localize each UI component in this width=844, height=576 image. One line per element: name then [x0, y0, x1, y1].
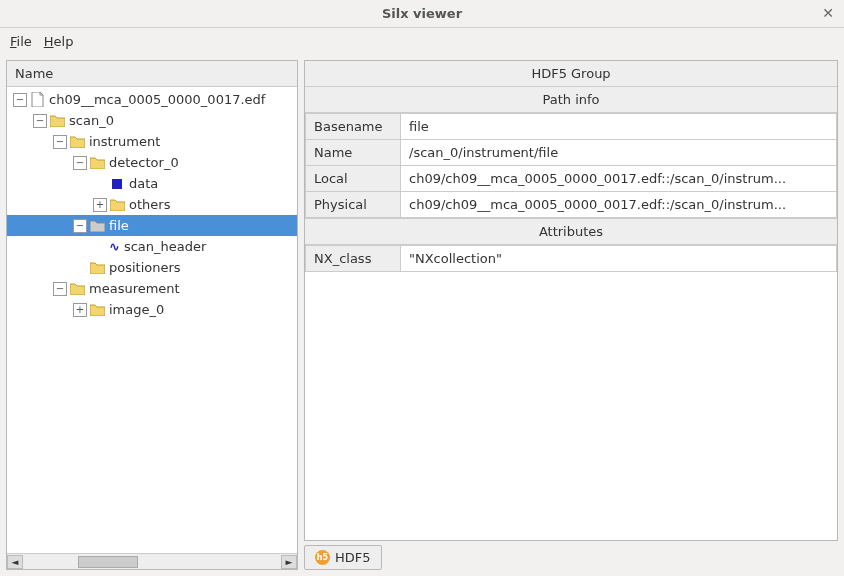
name-label: Name	[306, 140, 401, 166]
close-icon[interactable]: ✕	[822, 5, 834, 21]
expander-icon[interactable]: −	[53, 135, 67, 149]
basename-label: Basename	[306, 114, 401, 140]
expander-icon[interactable]: +	[93, 198, 107, 212]
expander-icon[interactable]: −	[73, 156, 87, 170]
document-icon	[29, 92, 45, 108]
folder-icon	[89, 302, 105, 318]
menu-help[interactable]: Help	[44, 34, 74, 49]
group-header: HDF5 Group	[305, 61, 837, 87]
tree-panel: Name − ch09__mca_0005_0000_0017.edf	[6, 60, 298, 570]
tab-hdf5[interactable]: h5 HDF5	[304, 545, 382, 570]
physical-label: Physical	[306, 192, 401, 218]
folder-icon	[49, 113, 65, 129]
tree-row-image[interactable]: + image_0	[7, 299, 297, 320]
attr-header: Attributes	[305, 218, 837, 245]
tree-row-scanheader[interactable]: ∿ scan_header	[7, 236, 297, 257]
folder-icon	[89, 155, 105, 171]
expander-icon[interactable]: −	[73, 219, 87, 233]
scroll-thumb[interactable]	[78, 556, 138, 568]
table-row[interactable]: Basename file	[306, 114, 837, 140]
folder-icon	[89, 260, 105, 276]
info-panel: HDF5 Group Path info Basename file Name …	[304, 60, 838, 570]
path-header: Path info	[305, 87, 837, 113]
tree-label: detector_0	[109, 155, 179, 170]
tree-row-root[interactable]: − ch09__mca_0005_0000_0017.edf	[7, 89, 297, 110]
folder-icon	[69, 281, 85, 297]
folder-icon	[89, 218, 105, 234]
tree-header[interactable]: Name	[7, 61, 297, 87]
table-row[interactable]: Name /scan_0/instrument/file	[306, 140, 837, 166]
table-row[interactable]: Physical ch09/ch09__mca_0005_0000_0017.e…	[306, 192, 837, 218]
scroll-right-icon[interactable]: ►	[281, 555, 297, 569]
tree-row-measurement[interactable]: − measurement	[7, 278, 297, 299]
folder-icon	[109, 197, 125, 213]
curve-icon: ∿	[109, 239, 120, 254]
titlebar: Silx viewer ✕	[0, 0, 844, 28]
tree-label: measurement	[89, 281, 180, 296]
name-value: /scan_0/instrument/file	[401, 140, 837, 166]
tree-label: file	[109, 218, 129, 233]
tree-row-scan[interactable]: − scan_0	[7, 110, 297, 131]
window: Silx viewer ✕ File Help Name − ch09__mca…	[0, 0, 844, 576]
tree-label: others	[129, 197, 170, 212]
expander-icon[interactable]: −	[33, 114, 47, 128]
nxclass-value: "NXcollection"	[401, 246, 837, 272]
nxclass-label: NX_class	[306, 246, 401, 272]
tree-row-positioners[interactable]: positioners	[7, 257, 297, 278]
folder-icon	[69, 134, 85, 150]
scroll-track[interactable]	[23, 555, 281, 569]
basename-value: file	[401, 114, 837, 140]
tree-label: image_0	[109, 302, 164, 317]
expander-icon[interactable]: −	[53, 282, 67, 296]
path-table: Basename file Name /scan_0/instrument/fi…	[305, 113, 837, 218]
expander-icon[interactable]: +	[73, 303, 87, 317]
table-row[interactable]: Local ch09/ch09__mca_0005_0000_0017.edf:…	[306, 166, 837, 192]
tree-row-file[interactable]: − file	[7, 215, 297, 236]
local-value: ch09/ch09__mca_0005_0000_0017.edf::/scan…	[401, 166, 837, 192]
tree-row-others[interactable]: + others	[7, 194, 297, 215]
tree-label: data	[129, 176, 158, 191]
tree-row-detector[interactable]: − detector_0	[7, 152, 297, 173]
local-label: Local	[306, 166, 401, 192]
tab-bar: h5 HDF5	[304, 545, 838, 570]
tree-row-instrument[interactable]: − instrument	[7, 131, 297, 152]
tree-label: instrument	[89, 134, 160, 149]
info-box: HDF5 Group Path info Basename file Name …	[304, 60, 838, 541]
scrollbar-horizontal[interactable]: ◄ ►	[7, 553, 297, 569]
body: Name − ch09__mca_0005_0000_0017.edf	[0, 54, 844, 576]
tree-label: scan_0	[69, 113, 114, 128]
tree-row-data[interactable]: data	[7, 173, 297, 194]
menubar: File Help	[0, 28, 844, 54]
window-title: Silx viewer	[382, 6, 462, 21]
tree-label: positioners	[109, 260, 181, 275]
tree[interactable]: − ch09__mca_0005_0000_0017.edf − scan_0	[7, 87, 297, 553]
dataset-icon	[112, 179, 122, 189]
attr-table: NX_class "NXcollection"	[305, 245, 837, 272]
scroll-left-icon[interactable]: ◄	[7, 555, 23, 569]
hdf5-icon: h5	[315, 550, 330, 565]
menu-file[interactable]: File	[10, 34, 32, 49]
tree-label: scan_header	[124, 239, 206, 254]
expander-icon[interactable]: −	[13, 93, 27, 107]
tab-label: HDF5	[335, 550, 371, 565]
tree-label: ch09__mca_0005_0000_0017.edf	[49, 92, 265, 107]
physical-value: ch09/ch09__mca_0005_0000_0017.edf::/scan…	[401, 192, 837, 218]
table-row[interactable]: NX_class "NXcollection"	[306, 246, 837, 272]
